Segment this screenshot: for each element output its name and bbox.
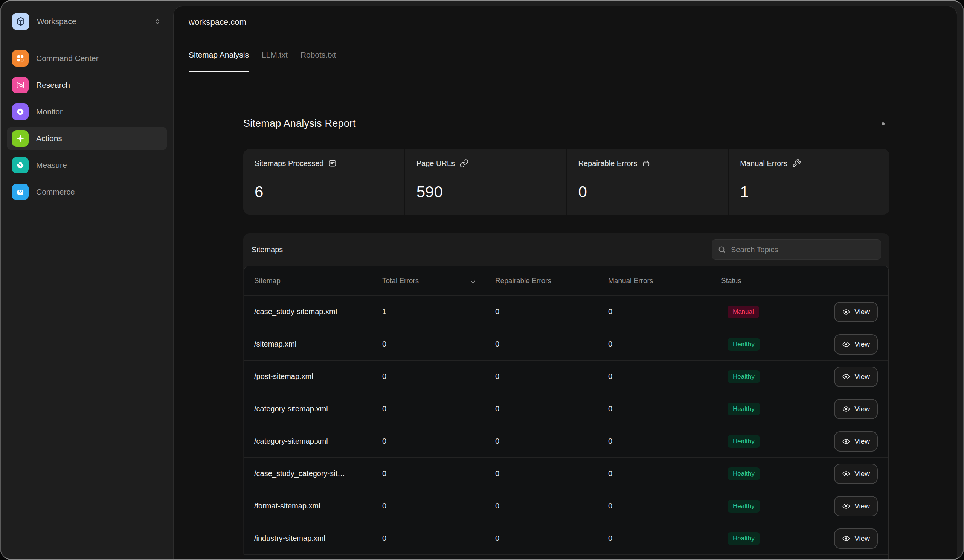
repairable-errors-cell: 0 <box>495 372 608 381</box>
stat-value: 6 <box>254 183 393 201</box>
manual-errors-cell: 0 <box>608 437 721 446</box>
total-errors-cell: 0 <box>382 372 495 381</box>
manual-errors-cell: 0 <box>608 404 721 413</box>
repairable-errors-cell: 0 <box>495 307 608 316</box>
stat-card-page-urls: Page URLs 590 <box>405 149 566 214</box>
status-badge: Healthy <box>728 532 760 545</box>
col-status[interactable]: Status <box>721 277 878 285</box>
status-cell: HealthyView <box>721 399 878 419</box>
status-badge: Healthy <box>728 403 760 416</box>
status-badge: Healthy <box>728 370 760 383</box>
manual-errors-cell: 0 <box>608 307 721 316</box>
stat-card-repairable-errors: Repairable Errors 0 <box>567 149 728 214</box>
view-button[interactable]: View <box>834 431 878 451</box>
view-button[interactable]: View <box>834 496 878 516</box>
site-header: workspace.com <box>174 6 957 38</box>
view-button[interactable]: View <box>834 302 878 322</box>
workspace-label: Workspace <box>37 17 153 26</box>
sidebar: Workspace Command Center <box>1 1 173 559</box>
sort-desc-icon[interactable] <box>469 277 477 285</box>
tab-bar: Sitemap Analysis LLM.txt Robots.txt <box>174 38 957 72</box>
status-badge: Healthy <box>728 467 760 480</box>
sitemap-cell: /category-sitemap.xml <box>254 437 382 446</box>
sidebar-item-measure[interactable]: Measure <box>7 154 167 177</box>
manual-errors-cell: 0 <box>608 502 721 510</box>
status-cell: HealthyView <box>721 496 878 516</box>
col-total-errors[interactable]: Total Errors <box>382 277 495 285</box>
sitemap-cell: /category-sitemap.xml <box>254 404 382 413</box>
repairable-errors-cell: 0 <box>495 437 608 446</box>
sidebar-item-research[interactable]: Research <box>7 73 167 97</box>
sitemap-cell: /format-sitemap.xml <box>254 502 382 510</box>
sitemaps-table: Sitemap Total Errors Repairable Errors M… <box>244 266 889 559</box>
manual-errors-cell: 0 <box>608 469 721 478</box>
status-badge: Healthy <box>728 500 760 513</box>
table-row-partial <box>244 554 888 559</box>
sitemap-cell: /post-sitemap.xml <box>254 372 382 381</box>
status-badge: Healthy <box>728 338 760 351</box>
view-button[interactable]: View <box>834 464 878 484</box>
sitemap-cell: /sitemap.xml <box>254 340 382 349</box>
repairable-errors-cell: 0 <box>495 404 608 413</box>
total-errors-cell: 0 <box>382 404 495 413</box>
table-body: /case_study-sitemap.xml100ManualView/sit… <box>244 295 888 559</box>
sitemaps-panel: Sitemaps Sitemap Total <box>243 233 889 559</box>
manual-errors-cell: 0 <box>608 372 721 381</box>
total-errors-cell: 0 <box>382 469 495 478</box>
table-row: /format-sitemap.xml000HealthyView <box>244 490 888 522</box>
workspace-selector[interactable]: Workspace <box>7 10 167 33</box>
link-icon <box>459 159 469 168</box>
tab-sitemap-analysis[interactable]: Sitemap Analysis <box>189 38 249 71</box>
status-cell: HealthyView <box>721 431 878 451</box>
tab-robots-txt[interactable]: Robots.txt <box>301 38 336 71</box>
sidebar-item-actions[interactable]: Actions <box>7 127 167 150</box>
robot-icon <box>642 159 651 168</box>
tab-llm-txt[interactable]: LLM.txt <box>262 38 288 71</box>
table-row: /case_study_category-sit…000HealthyView <box>244 457 888 490</box>
status-dot <box>881 122 884 125</box>
sparkle-icon <box>12 130 29 147</box>
table-row: /post-sitemap.xml000HealthyView <box>244 360 888 393</box>
repairable-errors-cell: 0 <box>495 469 608 478</box>
sitemap-cell: /industry-sitemap.xml <box>254 534 382 543</box>
status-cell: ManualView <box>721 302 878 322</box>
search-input[interactable] <box>731 245 876 254</box>
table-row: /category-sitemap.xml000HealthyView <box>244 393 888 425</box>
sitemaps-panel-title: Sitemaps <box>252 245 283 254</box>
col-sitemap[interactable]: Sitemap <box>254 277 382 285</box>
total-errors-cell: 0 <box>382 340 495 349</box>
workspace-logo-icon <box>12 13 29 30</box>
view-button[interactable]: View <box>834 399 878 419</box>
status-cell: HealthyView <box>721 334 878 354</box>
sidebar-item-command-center[interactable]: Command Center <box>7 47 167 70</box>
stat-card-manual-errors: Manual Errors 1 <box>729 149 889 214</box>
status-cell: HealthyView <box>721 464 878 484</box>
view-button[interactable]: View <box>834 334 878 354</box>
chevron-up-down-icon <box>153 17 162 26</box>
sidebar-item-label: Measure <box>36 161 67 170</box>
view-button[interactable]: View <box>834 528 878 549</box>
repairable-errors-cell: 0 <box>495 534 608 543</box>
view-button[interactable]: View <box>834 367 878 387</box>
table-row: /sitemap.xml000HealthyView <box>244 328 888 360</box>
browser-search-icon <box>12 77 29 93</box>
col-manual-errors[interactable]: Manual Errors <box>608 277 721 285</box>
sidebar-nav: Command Center Research <box>7 47 167 204</box>
sitemap-cell: /case_study_category-sit… <box>254 469 382 478</box>
page-title: Sitemap Analysis Report <box>243 118 356 130</box>
col-repairable-errors[interactable]: Repairable Errors <box>495 277 608 285</box>
shopping-bag-icon <box>12 183 29 200</box>
sidebar-item-label: Research <box>36 81 70 89</box>
sidebar-item-commerce[interactable]: Commerce <box>7 180 167 204</box>
wrench-icon <box>792 159 801 168</box>
search-icon <box>717 245 726 254</box>
stat-value: 0 <box>578 183 716 201</box>
manual-errors-cell: 0 <box>608 340 721 349</box>
table-row: /case_study-sitemap.xml100ManualView <box>244 295 888 328</box>
sidebar-item-monitor[interactable]: Monitor <box>7 100 167 123</box>
search-box[interactable] <box>712 239 881 260</box>
main-panel: workspace.com Sitemap Analysis LLM.txt R… <box>173 6 957 560</box>
table-row: /category-sitemap.xml000HealthyView <box>244 425 888 457</box>
stat-card-sitemaps-processed: Sitemaps Processed 6 <box>243 149 404 214</box>
eye-ring-icon <box>12 104 29 120</box>
